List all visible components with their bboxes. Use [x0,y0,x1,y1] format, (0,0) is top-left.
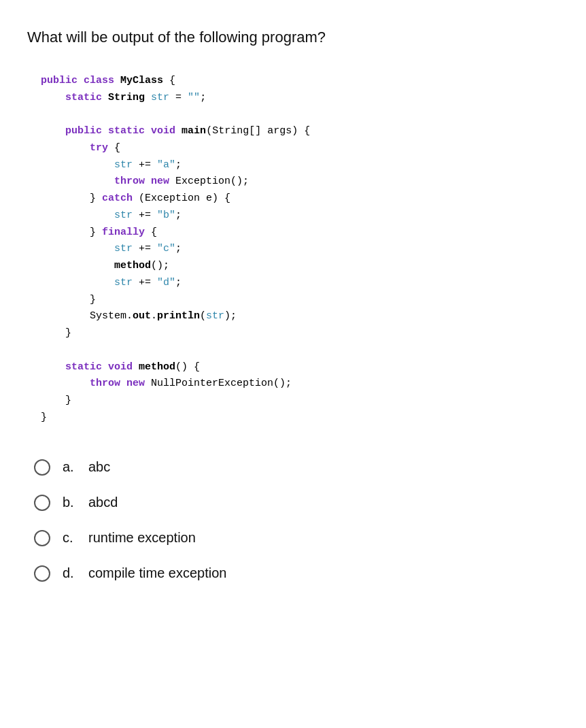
option-c-text: runtime exception [88,530,196,546]
option-b-label: b. [63,495,76,510]
option-b-text: abcd [88,495,118,510]
options-list: a. abc b. abcd c. runtime exception d. c… [27,459,559,582]
option-a-text: abc [88,459,110,475]
option-d[interactable]: d. compile time exception [34,565,559,582]
radio-b[interactable] [34,495,50,511]
option-d-text: compile time exception [88,565,226,581]
radio-a[interactable] [34,459,50,476]
radio-c[interactable] [34,530,50,546]
option-a[interactable]: a. abc [34,459,559,476]
option-c-label: c. [63,530,76,546]
question-text: What will be output of the following pro… [27,27,559,48]
option-a-label: a. [63,459,76,475]
option-d-label: d. [63,565,76,581]
option-c[interactable]: c. runtime exception [34,530,559,546]
code-block: public class MyClass { static String str… [27,73,559,427]
radio-d[interactable] [34,565,50,582]
option-b[interactable]: b. abcd [34,495,559,511]
